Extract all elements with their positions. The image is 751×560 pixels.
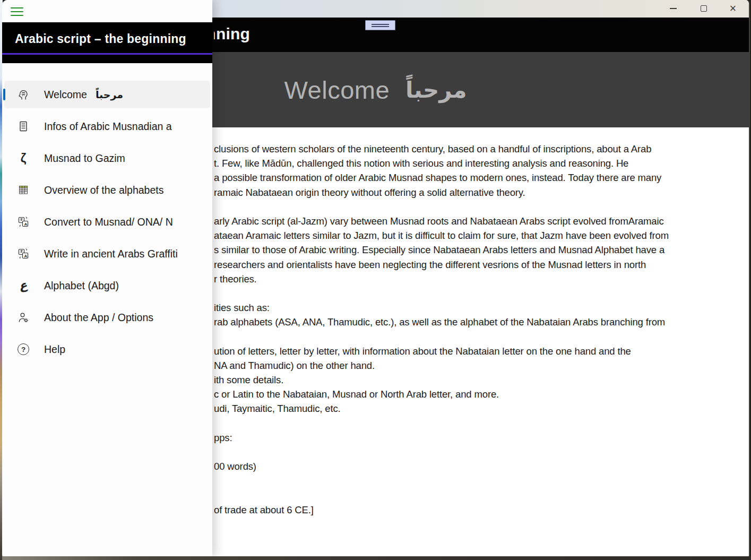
sidebar-item-overview[interactable]: Overview of the alphabets: [4, 176, 210, 204]
text-line: ramaic Nabataean origin theory without o…: [214, 185, 748, 200]
user-settings-icon: [16, 311, 30, 324]
sidebar-item-convert[interactable]: A Convert to Musnad/ ONA/ N: [4, 208, 210, 236]
text-line: r theories.: [214, 272, 748, 286]
app-title-clipped: Arabic script – the beginning: [214, 18, 250, 52]
text-line: s similar to those of Arabic writing. Es…: [214, 243, 748, 257]
text-line: clusions of western scholars of the nine…: [214, 142, 748, 156]
sidebar-item-label: Infos of Arabic Musnadian a: [44, 120, 172, 133]
document-list-icon: [16, 119, 30, 133]
svg-text:A: A: [24, 222, 27, 227]
close-button[interactable]: ×: [721, 0, 745, 17]
sidebar-item-infos[interactable]: Infos of Arabic Musnadian a: [4, 113, 210, 140]
sidebar-item-musnad-to-gazim[interactable]: ζ Musnad to Gazim: [4, 144, 210, 172]
translate-icon: A: [16, 247, 30, 261]
sidebar-item-alphabet-abgd[interactable]: ع Alphabet (Abgd): [4, 272, 210, 299]
drawer-title: Arabic script – the beginning: [15, 32, 186, 46]
app-window: × Arabic script – the beginning Welcome …: [2, 0, 750, 557]
sidebar-item-welcome[interactable]: Welcomeمرحباً: [4, 81, 210, 108]
sidebar-item-about-options[interactable]: About the App / Options: [4, 304, 210, 331]
sidebar-item-label: Write in ancient Arabs Graffiti: [44, 248, 178, 260]
app-title: Arabic script – the beginning: [214, 25, 250, 43]
text-line: ith some details.: [214, 373, 748, 387]
hero-title-en: Welcome: [284, 75, 390, 105]
text-line: researchers and orientalists have been n…: [214, 257, 748, 272]
text-line: c or Latin to the Nabataian, Musnad or N…: [214, 387, 748, 401]
hero-title-ar: مرحباً: [405, 77, 467, 103]
musnad-letter-icon: ζ: [16, 151, 30, 165]
text-line: [214, 286, 748, 300]
sidebar-item-label: Musnad to Gazim: [44, 152, 125, 165]
sidebar-item-label: Welcomeمرحباً: [44, 89, 123, 101]
accent-underline: [2, 53, 212, 55]
navigation-drawer: Arabic script – the beginning Welcomeمرح…: [2, 0, 212, 557]
window-bottom-border: [2, 556, 751, 560]
minimize-icon: [670, 8, 677, 9]
text-line: a possible transformation of older Arabi…: [214, 170, 748, 185]
text-line: [214, 445, 748, 459]
text-line: [214, 329, 748, 343]
page-body-text: clusions of western scholars of the nine…: [214, 142, 748, 517]
text-line: pps:: [214, 430, 748, 445]
sidebar-item-label: Convert to Musnad/ ONA/ N: [44, 216, 173, 228]
help-icon: ?: [16, 342, 30, 356]
text-line: ataean Aramaic letters similar to Jazm, …: [214, 228, 748, 243]
thinking-head-icon: [16, 88, 30, 101]
text-line: ution of letters, letter by letter, with…: [214, 344, 748, 358]
text-line: NA and Thamudic) on the other hand.: [214, 358, 748, 373]
text-line: rab alphabets (ASA, ANA, Thamudic, etc.)…: [214, 315, 748, 329]
text-line: udi, Taymaitic, Thamudic, etc.: [214, 401, 748, 416]
text-line: [214, 488, 748, 503]
welcome-arabic-label: مرحباً: [96, 89, 123, 100]
translate-icon: A: [16, 215, 30, 229]
svg-text:A: A: [24, 254, 27, 259]
hamburger-icon: [11, 7, 23, 9]
text-line: [214, 473, 748, 488]
text-line: arly Arabic script (al-Jazm) vary betwee…: [214, 214, 748, 228]
selected-indicator: [3, 89, 5, 100]
sidebar-item-write-graffiti[interactable]: A Write in ancient Arabs Graffiti: [4, 240, 210, 268]
maximize-icon: [701, 5, 707, 12]
sidebar-item-label: Help: [44, 343, 65, 356]
close-icon: ×: [730, 2, 737, 15]
hamburger-button[interactable]: [6, 3, 28, 21]
drag-handle[interactable]: [365, 20, 395, 30]
text-line: ities such as:: [214, 300, 748, 315]
alphabet-table-icon: [16, 183, 30, 197]
text-line: [214, 200, 748, 214]
sidebar-item-label: Overview of the alphabets: [44, 184, 163, 196]
sidebar-item-label: About the App / Options: [44, 312, 153, 324]
text-line: 00 words): [214, 459, 748, 473]
text-line: t. Few, like Mādūn, challenged this noti…: [214, 156, 748, 170]
text-line: of trade at about 6 CE.]: [214, 503, 748, 517]
maximize-button[interactable]: [692, 0, 716, 17]
minimize-button[interactable]: [661, 0, 685, 17]
calligraphy-icon: ع: [16, 279, 30, 292]
text-line: [214, 416, 748, 430]
sidebar-item-label: Alphabet (Abgd): [44, 280, 119, 292]
drawer-header: Arabic script – the beginning: [2, 22, 212, 63]
sidebar-item-help[interactable]: ? Help: [4, 335, 210, 363]
